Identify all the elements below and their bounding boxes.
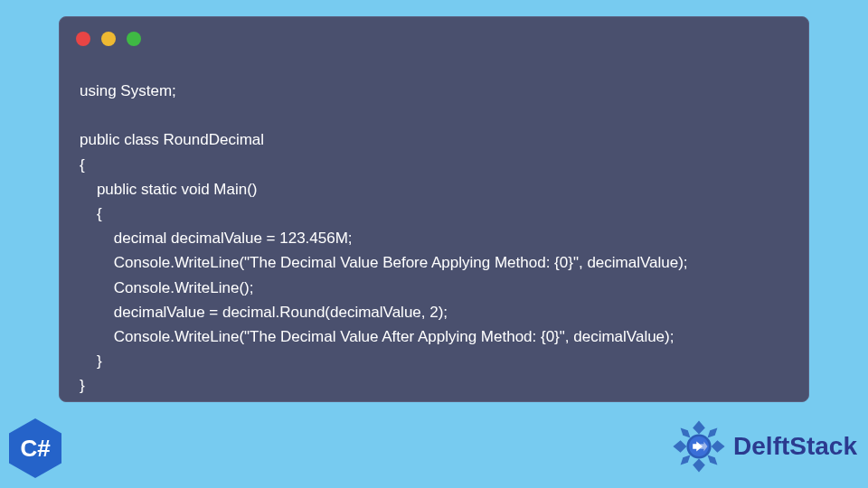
minimize-icon — [101, 32, 116, 46]
delftstack-logo-icon — [668, 416, 730, 477]
csharp-label: C# — [20, 435, 50, 463]
close-icon — [76, 32, 90, 46]
delftstack-brand-text: DelftStack — [733, 432, 857, 461]
window-controls — [76, 32, 141, 46]
delftstack-brand: DelftStack — [668, 416, 857, 477]
csharp-hexagon-icon: C# — [9, 418, 61, 478]
csharp-language-badge: C# — [7, 418, 63, 479]
maximize-icon — [127, 32, 141, 46]
code-block: using System; public class RoundDecimal … — [80, 79, 688, 398]
code-window: using System; public class RoundDecimal … — [59, 16, 809, 402]
